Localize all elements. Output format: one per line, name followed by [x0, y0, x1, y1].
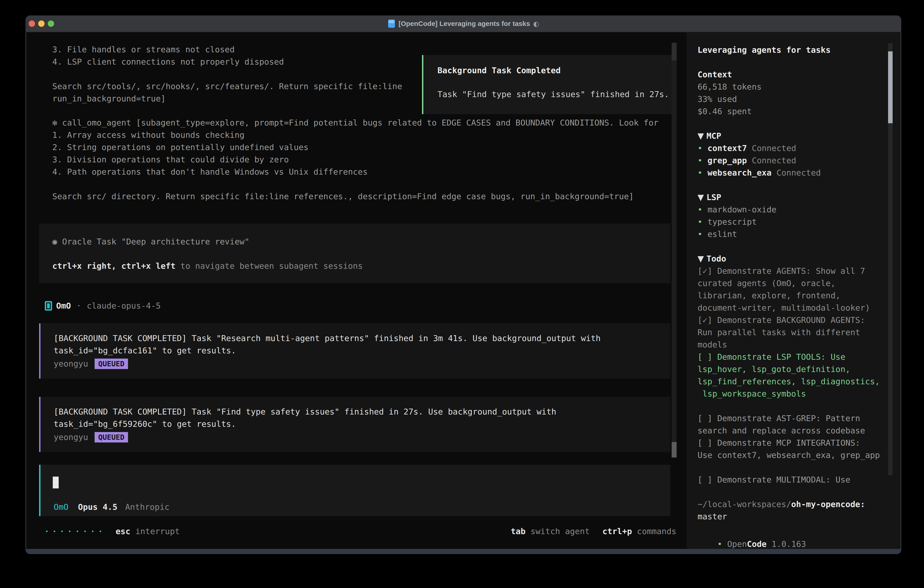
queued-badge: QUEUED: [94, 358, 128, 369]
sidebar-session-title: Leveraging agents for tasks: [698, 44, 893, 56]
keybind-ctrl-x: ctrl+x right, ctrl+x left: [52, 261, 175, 271]
path-prefix: ~/local-workspaces/: [698, 500, 791, 509]
todo-item-line: [✓] Demonstrate AGENTS: Show all 7: [698, 265, 893, 277]
cmd-key-hint: ctrl+p: [602, 525, 632, 537]
sidebar-section-todo[interactable]: ▼ Todo: [698, 253, 893, 265]
chevron-down-icon: ▼: [698, 254, 706, 263]
todo-item-line: librarian, explore, frontend,: [698, 289, 893, 302]
green-dot-icon: •: [698, 168, 703, 177]
transcript-line: 1. Array access without bounds checking: [52, 129, 244, 141]
version-row: •OpenCode 1.0.163: [698, 526, 806, 538]
mcp-name: websearch_exa: [708, 168, 776, 177]
document-icon: [388, 19, 395, 28]
sidebar-gap: [698, 461, 893, 474]
sidebar-gap: [698, 56, 893, 68]
desktop-background: [OpenCode] Leveraging agents for tasks ◐…: [0, 0, 924, 588]
background-task-message: [BACKGROUND TASK COMPLETED] Task "Find t…: [39, 397, 670, 452]
chat-scrollbar-thumb-top[interactable]: [672, 43, 676, 61]
agent-model: claude-opus-4-5: [87, 300, 161, 312]
oracle-task-label: ◉ Oracle Task "Deep architecture review": [52, 236, 249, 248]
window-title-group: [OpenCode] Leveraging agents for tasks ◐: [388, 19, 539, 28]
transcript-line: run_in_background=true]: [52, 92, 166, 105]
sidebar-gap: [698, 486, 893, 498]
background-task-message: [BACKGROUND TASK COMPLETED] Task "Resear…: [39, 323, 670, 378]
sidebar-section-mcp[interactable]: ▼ MCP: [698, 130, 893, 142]
agent-header: OmO · claude-opus-4-5: [45, 300, 161, 312]
sidebar-branch: master: [698, 510, 893, 523]
version-bold: Code: [747, 539, 767, 549]
message-line: task_id="bg_dcfac161" to get results.: [54, 345, 236, 357]
sidebar-scrollbar-thumb[interactable]: [888, 51, 893, 123]
prompt-input[interactable]: OmO Opus 4.5 Anthropic: [39, 465, 670, 516]
todo-item-line: lsp_hover, lsp_goto_definition,: [698, 363, 893, 375]
sidebar-mcp-item: •websearch_exa Connected: [698, 167, 893, 179]
tab-key-hint: tab: [511, 525, 525, 537]
message-meta: yeongyuQUEUED: [54, 358, 128, 370]
lsp-name: eslint: [708, 230, 737, 239]
section-heading: LSP: [706, 193, 721, 202]
transcript-line: Search src/ directory. Return specific f…: [52, 190, 634, 203]
todo-item-line: models: [698, 339, 893, 351]
sidebar-context-stat: $0.46 spent: [698, 105, 893, 117]
esc-key-label: interrupt: [135, 525, 180, 537]
mcp-status: Connected: [752, 144, 796, 153]
sidebar-lsp-item: •typescript: [698, 216, 893, 228]
todo-item-line: lsp_workspace_symbols: [698, 388, 893, 400]
mcp-status: Connected: [752, 156, 796, 165]
transcript-line: Search src/tools/, src/hooks/, src/featu…: [52, 80, 402, 92]
todo-item-line: Use context7, websearch_exa, grep_app: [698, 449, 893, 461]
message-author: yeongyu: [54, 358, 88, 370]
message-line: task_id="bg_6f59260c" to get results.: [54, 418, 236, 430]
minimize-button[interactable]: [38, 20, 45, 27]
transcript-line: ✻ call_omo_agent [subagent_type=explore,…: [52, 117, 658, 129]
transcript-line: 3. Division operations that could divide…: [52, 154, 289, 166]
mcp-name: grep_app: [708, 156, 752, 165]
message-author: yeongyu: [54, 431, 88, 443]
todo-item-line: [✓] Demonstrate BACKGROUND AGENTS:: [698, 314, 893, 326]
sidebar-gap: [698, 117, 893, 130]
sidebar-gap: [698, 400, 893, 412]
sidebar-gap: [698, 240, 893, 253]
sidebar-context-heading: Context: [698, 68, 893, 81]
status-dot-icon: •: [717, 539, 722, 549]
close-button[interactable]: [29, 20, 35, 27]
oracle-task-panel[interactable]: ◉ Oracle Task "Deep architecture review"…: [39, 223, 670, 283]
message-meta: yeongyuQUEUED: [54, 431, 128, 443]
lsp-name: markdown-oxide: [708, 205, 776, 214]
zoom-button[interactable]: [48, 20, 54, 27]
todo-item-line: curated agents (OmO, oracle,: [698, 277, 893, 289]
transcript-line: 4. Path operations that don't handle Win…: [52, 166, 368, 178]
sidebar-gap: [698, 179, 893, 191]
sidebar-section-lsp[interactable]: ▼ LSP: [698, 191, 893, 203]
transcript-line: 2. String operations on potentially unde…: [52, 141, 309, 154]
spinner-dots-icon: ········: [45, 525, 106, 537]
chat-scrollbar-thumb[interactable]: [672, 442, 676, 458]
agent-name: OmO: [56, 300, 71, 312]
keybind-hint-text: to navigate between subagent sessions: [175, 261, 363, 271]
text-cursor: [53, 477, 59, 489]
input-agent-label: OmO: [54, 501, 68, 513]
sidebar-context-stat: 66,518 tokens: [698, 81, 893, 93]
message-line: [BACKGROUND TASK COMPLETED] Task "Resear…: [54, 332, 601, 345]
chevron-down-icon: ▼: [698, 193, 706, 202]
status-bar: ········ esc interrupt tab switch agent …: [45, 525, 676, 537]
version-number: 1.0.163: [767, 539, 806, 549]
cmd-key-label: commands: [637, 525, 676, 537]
input-model-name: Opus 4.5: [78, 501, 117, 513]
status-right: tab switch agent ctrl+p commands: [511, 525, 676, 537]
status-left: ········ esc interrupt: [45, 525, 180, 537]
titlebar[interactable]: [OpenCode] Leveraging agents for tasks ◐: [25, 15, 901, 32]
message-line: [BACKGROUND TASK COMPLETED] Task "Find t…: [54, 406, 556, 418]
esc-key-hint: esc: [116, 525, 130, 537]
notification-title: Background Task Completed: [437, 64, 561, 77]
tool-call-icon: ✻: [52, 118, 62, 127]
todo-item-line: Run parallel tasks with different: [698, 326, 893, 339]
green-dot-icon: •: [698, 230, 703, 239]
section-heading: MCP: [706, 131, 721, 140]
todo-item-line: lsp_find_references, lsp_diagnostics,: [698, 375, 893, 388]
mcp-status: Connected: [776, 168, 821, 177]
lsp-name: typescript: [708, 217, 757, 226]
green-dot-icon: •: [698, 205, 703, 214]
todo-item-line: [ ] Demonstrate LSP TOOLS: Use: [698, 351, 893, 363]
chat-scrollbar-track[interactable]: [672, 43, 676, 458]
